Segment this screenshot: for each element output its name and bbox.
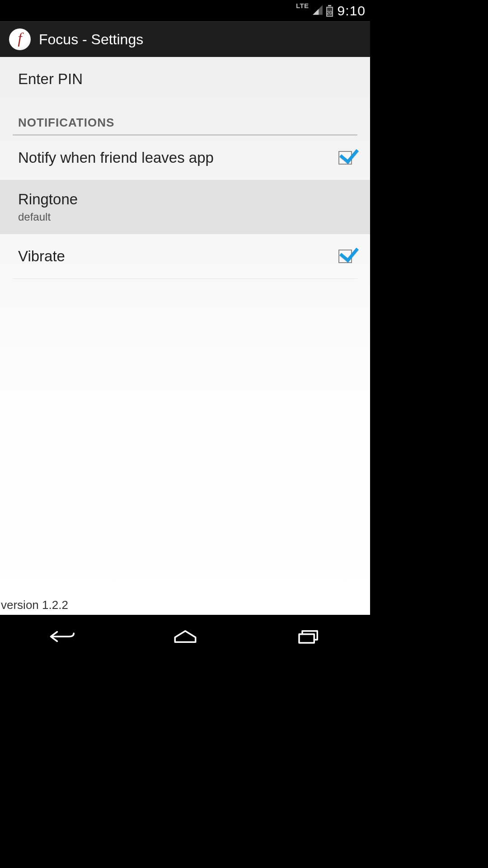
battery-percent-label: 20: [327, 10, 333, 15]
enter-pin-row[interactable]: Enter PIN: [0, 57, 370, 101]
notify-friend-leaves-row[interactable]: Notify when friend leaves app: [0, 136, 370, 180]
system-nav-bar: [0, 615, 370, 658]
app-icon-letter: f: [18, 31, 22, 46]
home-button[interactable]: [169, 625, 201, 648]
enter-pin-label: Enter PIN: [18, 71, 83, 88]
vibrate-row[interactable]: Vibrate: [0, 234, 370, 278]
status-bar: LTE 20 9:10: [0, 0, 370, 21]
settings-content: Enter PIN NOTIFICATIONS Notify when frie…: [0, 57, 370, 615]
page-title: Focus - Settings: [39, 31, 143, 48]
svg-rect-0: [299, 634, 314, 643]
ringtone-label: Ringtone: [18, 191, 78, 208]
recent-apps-button[interactable]: [293, 625, 324, 648]
notify-friend-leaves-label: Notify when friend leaves app: [18, 149, 214, 166]
ringtone-row[interactable]: Ringtone default: [0, 180, 370, 234]
network-type-label: LTE: [296, 2, 309, 9]
vibrate-checkbox[interactable]: [338, 250, 352, 263]
clock-label: 9:10: [338, 3, 366, 19]
ringtone-value: default: [18, 211, 51, 223]
app-icon: f: [9, 28, 31, 50]
version-label: version 1.2.2: [1, 598, 68, 612]
signal-icon: [312, 4, 324, 18]
section-header-notifications: NOTIFICATIONS: [0, 101, 370, 134]
back-button[interactable]: [46, 625, 78, 648]
vibrate-label: Vibrate: [18, 248, 65, 265]
battery-icon: 20: [326, 5, 333, 17]
action-bar: f Focus - Settings: [0, 21, 370, 57]
divider: [13, 278, 357, 279]
notify-friend-leaves-checkbox[interactable]: [338, 151, 352, 165]
